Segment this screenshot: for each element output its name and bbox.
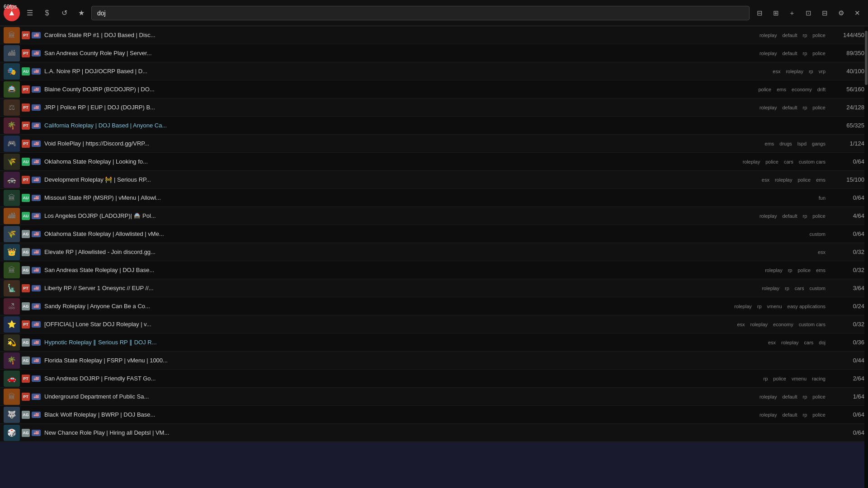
table-row[interactable]: 🏛AG🇺🇸San Andreas State Roleplay | DOJ Ba…: [0, 261, 868, 279]
table-row[interactable]: 🐺AG🇺🇸Black Wolf Roleplay | BWRP | DOJ Ba…: [0, 406, 868, 424]
table-row[interactable]: 🌾AU🇺🇸Oklahoma State Roleplay | Looking f…: [0, 153, 868, 171]
server-tag[interactable]: roleplay: [758, 412, 779, 418]
server-tag[interactable]: roleplay: [749, 321, 770, 328]
server-tag[interactable]: police: [764, 159, 780, 165]
server-tag[interactable]: default: [780, 412, 799, 418]
favorites-icon[interactable]: ★: [74, 6, 89, 20]
server-tag[interactable]: rp: [801, 412, 809, 418]
table-row[interactable]: 👑AG🇺🇸Elevate RP | Allowlisted - Join dis…: [0, 243, 868, 261]
table-row[interactable]: 🏛AU🇺🇸Missouri State RP (MSRP) | vMenu | …: [0, 189, 868, 207]
history-icon[interactable]: ↺: [57, 6, 71, 20]
server-tag[interactable]: rp: [761, 375, 769, 382]
server-tag[interactable]: roleplay: [763, 267, 784, 273]
server-tag[interactable]: fun: [817, 195, 827, 201]
server-tag[interactable]: roleplay: [773, 177, 794, 183]
server-tag[interactable]: roleplay: [758, 394, 779, 400]
server-tag[interactable]: drift: [816, 86, 827, 93]
server-tag[interactable]: esx: [816, 249, 827, 255]
server-tag[interactable]: default: [780, 32, 799, 38]
server-tag[interactable]: vmenu: [790, 375, 808, 382]
table-row[interactable]: ⚖PT🇺🇸JRP | Police RP | EUP | DOJ (DOJRP)…: [0, 99, 868, 117]
filter-icon[interactable]: ⊟: [752, 6, 767, 20]
server-tag[interactable]: rp: [807, 68, 815, 75]
table-row[interactable]: 💫AG🇺🇸Hypnotic Roleplay ‖ Serious RP ‖ DO…: [0, 333, 868, 352]
table-row[interactable]: 🎲AG🇺🇸New Chance Role Play | Hiring all D…: [0, 424, 868, 442]
server-tag[interactable]: default: [780, 213, 799, 219]
server-tag[interactable]: racing: [810, 375, 827, 382]
server-tag[interactable]: custom: [808, 285, 827, 291]
scrollbar[interactable]: [864, 26, 868, 488]
server-tag[interactable]: rp: [801, 213, 809, 219]
settings-icon[interactable]: ⚙: [834, 6, 848, 20]
server-tag[interactable]: ems: [814, 177, 827, 183]
server-tag[interactable]: roleplay: [732, 303, 754, 310]
server-tag[interactable]: roleplay: [758, 104, 779, 111]
table-row[interactable]: 🌾AG🇺🇸Oklahoma State Roleplay | Allowlist…: [0, 225, 868, 243]
table-row[interactable]: ⭐PT🇺🇸[OFFICIAL] Lone Star DOJ Roleplay |…: [0, 315, 868, 333]
server-tag[interactable]: roleplay: [758, 213, 779, 219]
server-tag[interactable]: roleplay: [760, 285, 781, 291]
server-tag[interactable]: ems: [814, 267, 827, 273]
server-tag[interactable]: rp: [783, 285, 791, 291]
server-tag[interactable]: custom cars: [797, 321, 827, 328]
server-tag[interactable]: gangs: [810, 141, 827, 147]
server-tag[interactable]: ems: [763, 141, 776, 147]
server-tag[interactable]: vmenu: [765, 303, 784, 310]
table-row[interactable]: 🌴AG🇺🇸Florida State Roleplay | FSRP | vMe…: [0, 352, 868, 370]
server-tag[interactable]: cars: [793, 285, 806, 291]
server-tag[interactable]: police: [811, 213, 827, 219]
server-tag[interactable]: default: [780, 104, 799, 111]
server-tag[interactable]: police: [796, 267, 812, 273]
server-tag[interactable]: police: [756, 86, 773, 93]
menu-icon[interactable]: ☰: [23, 6, 37, 20]
server-tag[interactable]: police: [771, 375, 788, 382]
server-tag[interactable]: easy applications: [786, 303, 827, 310]
table-row[interactable]: 🚗PT🇺🇸San Andreas DOJRP | Friendly FAST G…: [0, 370, 868, 388]
table-row[interactable]: 🏙AU🇺🇸Los Angeles DOJRP (LADOJRP)| 🚔 Pol.…: [0, 207, 868, 225]
table-row[interactable]: 🎭AU🇺🇸L.A. Noire RP | DOJ/OCRP Based | D.…: [0, 62, 868, 80]
server-tag[interactable]: cars: [802, 339, 816, 346]
add-icon[interactable]: +: [785, 6, 799, 20]
server-tag[interactable]: cars: [782, 159, 795, 165]
table-row[interactable]: 🗽PT🇺🇸Liberty RP // Server 1 Onesync // E…: [0, 279, 868, 297]
server-tag[interactable]: ems: [775, 86, 788, 93]
server-tag[interactable]: esx: [760, 177, 771, 183]
server-tag[interactable]: rp: [786, 267, 794, 273]
server-tag[interactable]: rp: [801, 104, 809, 111]
server-tag[interactable]: lspd: [796, 141, 808, 147]
server-tag[interactable]: esx: [766, 339, 778, 346]
server-tag[interactable]: esx: [735, 321, 746, 328]
server-tag[interactable]: roleplay: [779, 339, 801, 346]
server-tag[interactable]: custom: [808, 231, 827, 237]
scrollbar-thumb[interactable]: [865, 31, 868, 85]
table-row[interactable]: 🏛PT🇺🇸Underground Department of Public Sa…: [0, 388, 868, 406]
table-row[interactable]: 🏙PT🇺🇸San Andreas County Role Play | Serv…: [0, 44, 868, 62]
server-tag[interactable]: esx: [771, 68, 782, 75]
server-tag[interactable]: default: [780, 394, 799, 400]
server-tag[interactable]: police: [811, 412, 827, 418]
table-row[interactable]: 🏛PT🇺🇸Carolina State RP #1 | DOJ Based | …: [0, 26, 868, 44]
server-tag[interactable]: drugs: [778, 141, 794, 147]
server-tag[interactable]: economy: [790, 86, 814, 93]
search-input[interactable]: [91, 6, 750, 20]
screen-icon[interactable]: ⊡: [801, 6, 816, 20]
server-tag[interactable]: police: [796, 177, 812, 183]
server-tag[interactable]: roleplay: [741, 159, 762, 165]
table-row[interactable]: 🎮PT🇺🇸Void RolePlay | https://Discord.gg/…: [0, 135, 868, 153]
table-row[interactable]: 🏖AG🇺🇸Sandy Roleplay | Anyone Can Be a Co…: [0, 297, 868, 315]
server-tag[interactable]: roleplay: [784, 68, 805, 75]
server-tag[interactable]: police: [811, 104, 827, 111]
server-tag[interactable]: rp: [755, 303, 764, 310]
server-tag[interactable]: police: [811, 32, 827, 38]
close-icon[interactable]: ✕: [850, 6, 864, 20]
server-tag[interactable]: rp: [801, 394, 809, 400]
server-tag[interactable]: vrp: [817, 68, 827, 75]
table-row[interactable]: 🚔PT🇺🇸Blaine County DOJRP (BCDOJRP) | DO.…: [0, 80, 868, 99]
server-tag[interactable]: roleplay: [758, 32, 779, 38]
sort-icon[interactable]: ⊞: [769, 6, 783, 20]
server-tag[interactable]: custom cars: [797, 159, 827, 165]
server-tag[interactable]: roleplay: [758, 50, 779, 56]
server-tag[interactable]: economy: [771, 321, 795, 328]
server-tag[interactable]: police: [811, 394, 827, 400]
monitor-icon[interactable]: ⊟: [817, 6, 832, 20]
